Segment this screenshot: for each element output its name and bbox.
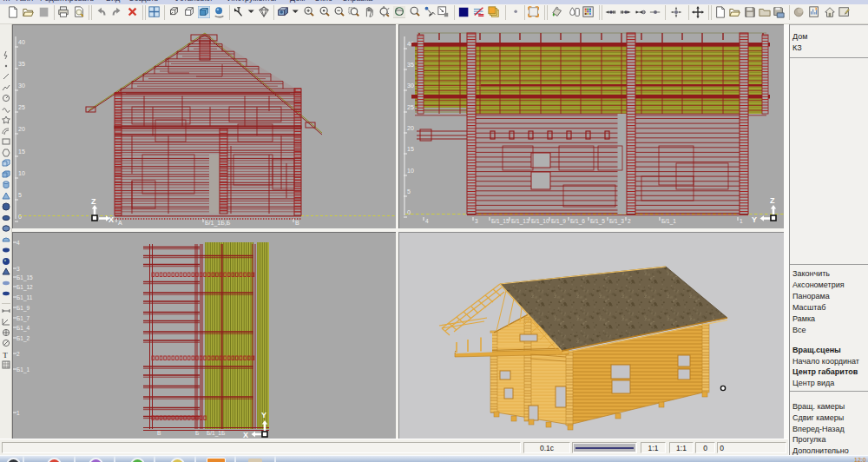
svg-text:Б/1_9: Б/1_9 xyxy=(551,218,566,225)
svg-text:5: 5 xyxy=(18,192,22,198)
svg-text:Б1_9: Б1_9 xyxy=(16,305,30,312)
svg-text:25: 25 xyxy=(407,104,414,110)
svg-text:25: 25 xyxy=(18,104,25,110)
svg-text:Б/1_15: Б/1_15 xyxy=(491,218,510,225)
svg-text:Б1_11: Б1_11 xyxy=(16,294,33,301)
svg-text:20: 20 xyxy=(407,125,414,131)
svg-text:4: 4 xyxy=(425,218,429,224)
svg-text:T: T xyxy=(3,350,8,359)
svg-text:Б1_1: Б1_1 xyxy=(16,366,30,373)
svg-text:Б/1_10: Б/1_10 xyxy=(531,218,549,225)
svg-text:Б1_12: Б1_12 xyxy=(16,284,33,291)
svg-text:Б1_2: Б1_2 xyxy=(16,335,30,342)
svg-text:Б1_7: Б1_7 xyxy=(16,315,30,322)
svg-text:Y: Y xyxy=(261,411,266,419)
svg-text:40: 40 xyxy=(18,39,25,45)
svg-text:2: 2 xyxy=(628,218,631,224)
svg-text:Б/1_6: Б/1_6 xyxy=(570,218,585,225)
svg-text:А: А xyxy=(118,220,122,226)
svg-text:5: 5 xyxy=(407,188,411,195)
svg-text:X: X xyxy=(243,431,248,439)
svg-text:X: X xyxy=(108,215,114,224)
svg-text:Б/1_3: Б/1_3 xyxy=(609,218,624,225)
svg-text:Б/1_1Б,Б: Б/1_1Б,Б xyxy=(205,220,231,227)
svg-text:Y: Y xyxy=(752,215,757,224)
svg-text:1: 1 xyxy=(16,410,20,416)
svg-text:В: В xyxy=(157,430,161,436)
svg-text:Б1_15: Б1_15 xyxy=(16,274,33,281)
svg-text:10: 10 xyxy=(18,170,25,176)
svg-text:35: 35 xyxy=(407,62,414,68)
svg-text:Z: Z xyxy=(770,196,775,205)
svg-text:20: 20 xyxy=(18,126,25,132)
svg-text:3: 3 xyxy=(16,266,20,272)
svg-text:35: 35 xyxy=(18,61,25,67)
svg-text:Б/1_1Б: Б/1_1Б xyxy=(207,430,225,437)
svg-text:Б/1_13: Б/1_13 xyxy=(511,218,529,225)
svg-text:Z: Z xyxy=(91,197,96,206)
svg-text:Б/1_1: Б/1_1 xyxy=(661,218,676,225)
svg-text:В: В xyxy=(295,220,299,226)
svg-text:30: 30 xyxy=(407,82,414,89)
svg-text:Б1_4: Б1_4 xyxy=(16,325,30,332)
svg-text:Б/1_5: Б/1_5 xyxy=(590,218,605,225)
svg-text:10: 10 xyxy=(407,168,414,174)
svg-text:4: 4 xyxy=(16,240,20,246)
svg-text:15: 15 xyxy=(407,146,414,152)
svg-text:2: 2 xyxy=(16,351,20,357)
svg-text:15: 15 xyxy=(18,148,25,155)
svg-text:3: 3 xyxy=(475,218,478,224)
svg-text:Б: Б xyxy=(195,430,199,436)
svg-text:1: 1 xyxy=(740,218,743,224)
svg-text:0: 0 xyxy=(18,214,22,220)
svg-text:30: 30 xyxy=(18,82,25,89)
